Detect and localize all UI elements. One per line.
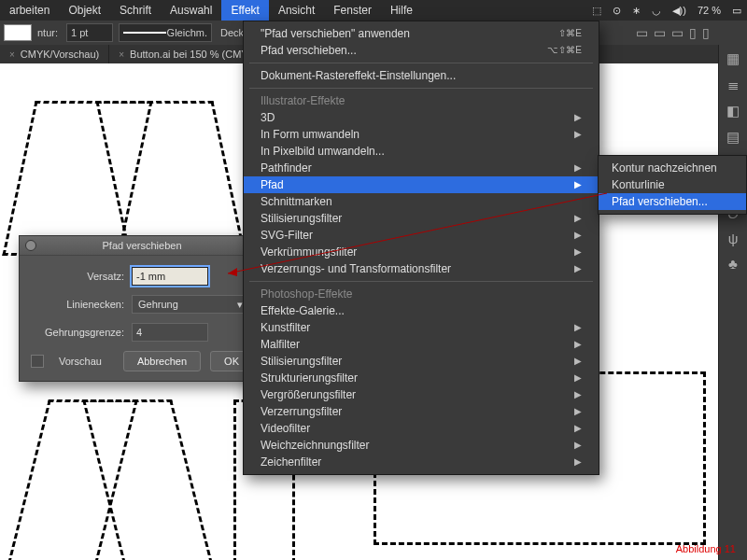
toolbar-right: ▭ ▭ ▭ ▯ ▯ <box>636 22 710 43</box>
offset-path-dialog: Pfad verschieben Versatz: -1 mm Linienec… <box>19 235 265 382</box>
submenu-arrow-icon: ▶ <box>574 160 582 176</box>
menu-item[interactable]: Vergrößerungsfilter▶ <box>244 386 599 403</box>
menu-item[interactable]: Verzerrungsfilter▶ <box>244 403 599 420</box>
menu-item[interactable]: Stilisierungsfilter▶ <box>244 210 599 227</box>
menu-item[interactable]: Kunstfilter▶ <box>244 319 599 336</box>
submenu-arrow-icon: ▶ <box>574 244 582 260</box>
color-icon[interactable]: ◧ <box>726 103 740 119</box>
submenu-arrow-icon: ▶ <box>574 109 582 126</box>
menu-item[interactable]: Verzerrungs- und Transformationsfilter▶ <box>244 260 599 277</box>
dropbox-icon: ⬚ <box>586 5 607 17</box>
submenu-arrow-icon: ▶ <box>574 227 582 244</box>
menu-item[interactable]: In Pixelbild umwandeln... <box>244 143 599 160</box>
menu-auswahl[interactable]: Auswahl <box>161 0 221 21</box>
gehrungsgrenze-label: Gehrungsgrenze: <box>31 327 132 338</box>
menu-hilfe[interactable]: Hilfe <box>381 0 422 21</box>
linienecken-label: Linienecken: <box>31 299 132 310</box>
menu-item[interactable]: In Form umwandeln▶ <box>244 126 599 143</box>
menu-effekt[interactable]: Effekt <box>221 0 268 21</box>
menu-fenster[interactable]: Fenster <box>324 0 381 21</box>
menu-item[interactable]: Pfad▶ <box>244 176 599 193</box>
fill-swatch[interactable] <box>4 24 32 41</box>
align-icon[interactable]: ▯ <box>702 25 710 40</box>
menu-item[interactable]: Videofilter▶ <box>244 420 599 437</box>
layers-icon[interactable]: ≣ <box>727 77 740 93</box>
align-icon[interactable]: ▭ <box>671 25 684 40</box>
align-icon[interactable]: ▭ <box>654 25 666 40</box>
stroke-style-field[interactable]: Gleichm. <box>119 23 212 42</box>
menu-item[interactable]: SVG-Filter▶ <box>244 227 599 244</box>
submenu-arrow-icon: ▶ <box>574 420 582 437</box>
align-icon[interactable]: ▯ <box>689 25 697 40</box>
menu-objekt[interactable]: Objekt <box>59 0 110 21</box>
linienecken-select[interactable]: Gehrung▾ <box>132 295 249 314</box>
close-icon[interactable]: × <box>9 49 15 60</box>
menu-item[interactable]: Verkrümmungsfilter▶ <box>244 244 599 260</box>
submenu-arrow-icon: ▶ <box>574 126 582 143</box>
menu-item[interactable]: 3D▶ <box>244 109 599 126</box>
vorschau-label: Vorschau <box>59 356 102 367</box>
menu-item[interactable]: Malfilter▶ <box>244 336 599 353</box>
submenu-arrow-icon: ▶ <box>574 319 582 336</box>
vorschau-checkbox[interactable] <box>31 355 44 368</box>
submenu-arrow-icon: ▶ <box>574 260 582 277</box>
bluetooth-icon: ∗ <box>627 5 646 17</box>
submenu-arrow-icon: ▶ <box>574 386 582 403</box>
close-icon[interactable] <box>25 240 36 251</box>
right-panel: ▦ ≣ ◧ ▤ ¶ A O ψ ♣ <box>718 45 747 560</box>
submenu-arrow-icon: ▶ <box>574 437 582 454</box>
submenu-arrow-icon: ▶ <box>574 210 582 227</box>
kontur-label: ntur: <box>32 27 63 38</box>
menu-item[interactable]: Zeichenfilter▶ <box>244 454 599 470</box>
submenu-arrow-icon: ▶ <box>574 403 582 420</box>
volume-icon: ◀)) <box>667 5 692 17</box>
pfad-submenu: Kontur nachzeichnenKonturliniePfad versc… <box>598 155 747 215</box>
battery-icon: ▭ <box>726 5 747 17</box>
dialog-title: Pfad verschieben <box>103 240 182 251</box>
menu-item[interactable]: Effekte-Galerie... <box>244 302 599 319</box>
document-tab[interactable]: ×CMYK/Vorschau) <box>0 45 109 63</box>
dialog-titlebar[interactable]: Pfad verschieben <box>20 236 264 256</box>
menu-item-apply-last[interactable]: "Pfad verschieben" anwenden⇧⌘E <box>244 25 599 42</box>
menu-bearbeiten[interactable]: arbeiten <box>0 0 59 21</box>
menu-ansicht[interactable]: Ansicht <box>269 0 324 21</box>
menu-item[interactable]: Schnittmarken <box>244 193 599 210</box>
submenu-arrow-icon: ▶ <box>574 176 582 193</box>
versatz-input[interactable]: -1 mm <box>132 267 208 286</box>
swatches-icon[interactable]: ▤ <box>726 129 740 146</box>
align-icon[interactable]: ▭ <box>636 25 648 40</box>
grid-icon[interactable]: ▦ <box>726 50 740 67</box>
menubar: arbeiten Objekt Schrift Auswahl Effekt A… <box>0 0 747 21</box>
versatz-label: Versatz: <box>31 271 132 282</box>
submenu-item[interactable]: Kontur nachzeichnen <box>599 160 746 176</box>
menu-header-illustrator: Illustrator-Effekte <box>244 92 599 109</box>
submenu-item[interactable]: Pfad verschieben... <box>599 193 746 210</box>
menu-item[interactable]: Pathfinder▶ <box>244 160 599 176</box>
link-icon[interactable]: ψ <box>728 231 739 246</box>
menu-item[interactable]: Weichzeichnungsfilter▶ <box>244 437 599 454</box>
submenu-arrow-icon: ▶ <box>574 370 582 386</box>
symbols-icon[interactable]: ♣ <box>728 256 738 272</box>
figure-caption: Abbildung 11 <box>676 543 736 554</box>
submenu-item[interactable]: Konturlinie <box>599 176 746 193</box>
submenu-arrow-icon: ▶ <box>574 454 582 470</box>
cancel-button[interactable]: Abbrechen <box>123 351 201 371</box>
stroke-weight-field[interactable]: 1 pt <box>66 23 113 42</box>
submenu-arrow-icon: ▶ <box>574 353 582 370</box>
menu-item[interactable]: Stilisierungsfilter▶ <box>244 353 599 370</box>
menu-item-reapply[interactable]: Pfad verschieben...⌥⇧⌘E <box>244 42 599 59</box>
document-tab[interactable]: ×Button.ai bei 150 % (CMYK <box>109 45 265 63</box>
wifi-icon: ◡ <box>646 5 667 17</box>
menu-header-photoshop: Photoshop-Effekte <box>244 286 599 302</box>
submenu-arrow-icon: ▶ <box>574 336 582 353</box>
gehrungsgrenze-input[interactable]: 4 <box>132 323 208 342</box>
close-icon[interactable]: × <box>119 49 124 60</box>
menu-item[interactable]: Strukturierungsfilter▶ <box>244 370 599 386</box>
sync-icon: ⊙ <box>607 5 627 17</box>
menu-item-raster-settings[interactable]: Dokument-Rastereffekt-Einstellungen... <box>244 67 599 84</box>
battery-status: 72 % <box>692 5 726 16</box>
effekt-dropdown: "Pfad verschieben" anwenden⇧⌘E Pfad vers… <box>243 21 599 475</box>
menu-schrift[interactable]: Schrift <box>110 0 161 21</box>
